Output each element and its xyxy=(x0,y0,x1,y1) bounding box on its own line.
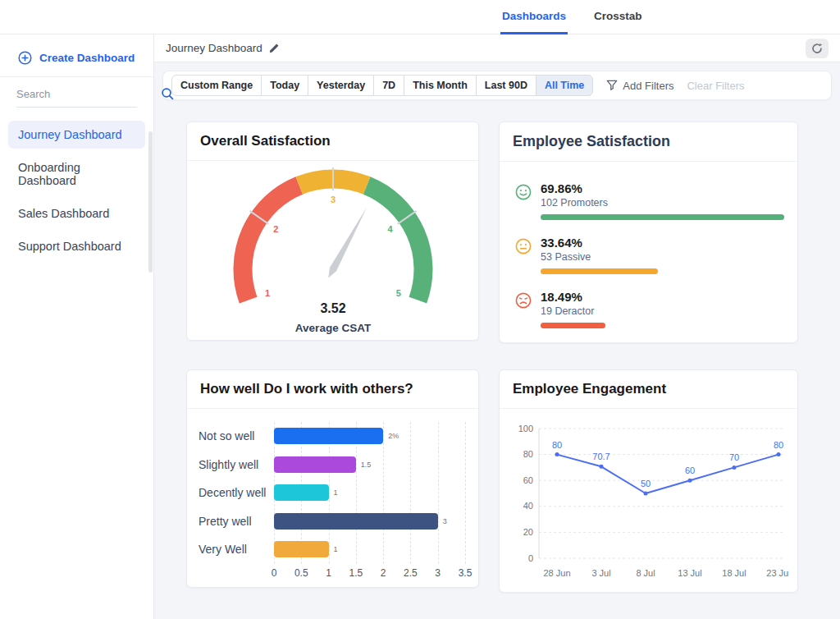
bar-value-label: 2% xyxy=(383,432,399,440)
dashboard-title: Journey Dashboard xyxy=(166,42,262,54)
sidebar-item-onboarding-dashboard[interactable]: Onboarding Dashboard xyxy=(8,154,145,195)
happy-face-icon xyxy=(514,183,532,220)
dashboard-toolbar: Journey Dashboard xyxy=(154,34,840,62)
range-all-time[interactable]: All Time xyxy=(536,75,593,96)
card-header: Employee Satisfaction xyxy=(500,122,797,162)
range-last-90d[interactable]: Last 90D xyxy=(476,75,536,96)
sidebar-item-sales-dashboard[interactable]: Sales Dashboard xyxy=(8,199,145,227)
svg-text:50: 50 xyxy=(641,479,651,488)
bar-value-label: 3 xyxy=(438,517,447,525)
create-dashboard-button[interactable]: Create Dashboard xyxy=(0,44,153,77)
range-this-month[interactable]: This Month xyxy=(404,75,477,96)
bar-category-label: Not so well xyxy=(199,429,274,442)
cards-grid: Overall Satisfaction 123453.52Average CS… xyxy=(154,100,840,593)
sidebar: Create Dashboard Journey Dashboard Onboa… xyxy=(0,34,154,619)
bar-fill xyxy=(274,541,329,557)
svg-text:3: 3 xyxy=(330,195,335,204)
card-employee-engagement: Employee Engagement 0204060801008028 Jun… xyxy=(499,369,798,593)
add-filters-button[interactable]: Add Filters xyxy=(606,80,673,92)
edit-pencil-icon[interactable] xyxy=(268,43,280,54)
svg-text:40: 40 xyxy=(523,501,533,511)
bar-row: Decently well1 xyxy=(199,479,472,507)
svg-text:3 Jul: 3 Jul xyxy=(591,568,610,578)
svg-text:Average CSAT: Average CSAT xyxy=(294,322,371,334)
refresh-button[interactable] xyxy=(806,39,829,58)
satisfaction-list: 69.86% 102 Promoters xyxy=(500,162,797,328)
x-tick-label: 1.5 xyxy=(349,567,363,579)
card-how-well: How well Do I work with others? Not so w… xyxy=(186,369,479,588)
bar-fill xyxy=(274,484,329,501)
svg-text:13 Jul: 13 Jul xyxy=(678,568,701,578)
svg-text:70: 70 xyxy=(729,452,739,462)
bar-value-label: 1 xyxy=(329,545,338,553)
svg-text:20: 20 xyxy=(523,527,533,537)
svg-text:60: 60 xyxy=(685,465,695,475)
svg-text:8 Jul: 8 Jul xyxy=(636,568,655,578)
add-filters-label: Add Filters xyxy=(623,80,673,92)
clear-filters-button[interactable]: Clear Filters xyxy=(687,80,744,92)
sidebar-item-journey-dashboard[interactable]: Journey Dashboard xyxy=(8,121,145,149)
detractors-percent: 18.49% xyxy=(541,290,784,304)
svg-text:80: 80 xyxy=(523,449,533,459)
sidebar-scrollbar[interactable] xyxy=(148,131,153,273)
x-tick-label: 0.5 xyxy=(294,567,308,579)
svg-text:18 Jul: 18 Jul xyxy=(722,568,746,578)
bar-row: Pretty well3 xyxy=(199,507,472,536)
main-tabs: Dashboards Crosstab xyxy=(500,0,644,34)
promoters-bar xyxy=(541,214,784,220)
svg-text:80: 80 xyxy=(552,440,562,450)
svg-text:3.52: 3.52 xyxy=(320,301,345,315)
range-yesterday[interactable]: Yesterday xyxy=(308,75,374,96)
card-overall-satisfaction: Overall Satisfaction 123453.52Average CS… xyxy=(186,122,479,341)
svg-text:0: 0 xyxy=(528,553,533,563)
sidebar-item-support-dashboard[interactable]: Support Dashboard xyxy=(8,232,145,260)
bar-category-label: Pretty well xyxy=(199,515,274,528)
create-dashboard-label: Create Dashboard xyxy=(39,52,135,64)
search-box xyxy=(16,87,137,108)
bar-fill xyxy=(274,513,438,530)
card-header: How well Do I work with others? xyxy=(187,370,478,409)
refresh-icon xyxy=(810,42,824,55)
gauge-chart: 123453.52Average CSAT xyxy=(187,161,478,337)
date-range-segmented-control: Custom Range Today Yesterday 7D This Mon… xyxy=(171,75,593,96)
search-input[interactable] xyxy=(16,88,161,100)
hbar-rows: Not so well2%Slightly well1.5Decently we… xyxy=(199,422,472,564)
neutral-face-icon xyxy=(514,237,532,274)
tab-crosstab[interactable]: Crosstab xyxy=(592,0,644,34)
bar-value-label: 1.5 xyxy=(356,461,372,469)
promoters-count: 102 Promoters xyxy=(541,197,784,209)
passive-percent: 33.64% xyxy=(541,236,784,250)
bar-value-label: 1 xyxy=(329,488,338,497)
top-header: Dashboards Crosstab xyxy=(0,0,840,34)
svg-text:70.7: 70.7 xyxy=(592,452,609,461)
range-7d[interactable]: 7D xyxy=(373,75,404,96)
svg-text:4: 4 xyxy=(387,224,393,234)
card-header: Overall Satisfaction xyxy=(187,122,478,161)
tab-dashboards[interactable]: Dashboards xyxy=(500,0,568,34)
passive-count: 53 Passive xyxy=(541,251,784,263)
satisfaction-item-passive: 33.64% 53 Passive xyxy=(514,236,784,274)
plus-circle-icon xyxy=(18,51,32,65)
range-today[interactable]: Today xyxy=(261,75,308,96)
x-tick-label: 1 xyxy=(326,567,331,579)
detractors-bar xyxy=(541,323,605,328)
detractors-count: 19 Deractor xyxy=(541,305,784,317)
dashboard-list: Journey Dashboard Onboarding Dashboard S… xyxy=(0,111,153,260)
search-icon[interactable] xyxy=(161,87,175,101)
svg-text:28 Jun: 28 Jun xyxy=(543,568,570,578)
card-title-employee-satisfaction: Employee Satisfaction xyxy=(513,133,784,150)
card-title-employee-engagement: Employee Engagement xyxy=(513,381,784,397)
range-custom-range[interactable]: Custom Range xyxy=(171,75,262,96)
x-tick-label: 3.5 xyxy=(459,567,472,579)
bar-fill xyxy=(274,428,383,444)
card-header: Employee Engagement xyxy=(500,370,797,409)
hbar-chart: Not so well2%Slightly well1.5Decently we… xyxy=(187,409,478,584)
hbar-axis: 00.511.522.533.5 xyxy=(274,567,465,584)
card-title-how-well: How well Do I work with others? xyxy=(200,381,465,397)
main-area: Journey Dashboard Custom Range Today xyxy=(154,34,840,619)
passive-bar xyxy=(541,268,658,274)
card-title-overall-satisfaction: Overall Satisfaction xyxy=(200,133,465,149)
card-employee-satisfaction: Employee Satisfaction xyxy=(499,122,798,343)
bar-category-label: Decently well xyxy=(199,486,274,499)
x-tick-label: 0 xyxy=(272,567,277,579)
